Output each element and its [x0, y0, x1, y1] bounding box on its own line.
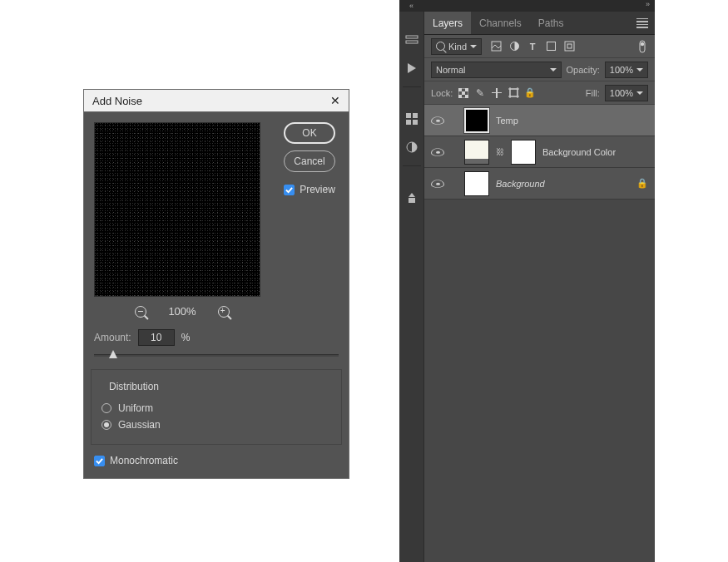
svg-rect-23 — [510, 89, 518, 96]
filter-smart-icon[interactable] — [563, 41, 575, 52]
layer-mask-thumbnail[interactable] — [511, 140, 536, 165]
layer-thumbnail[interactable] — [464, 171, 489, 196]
lock-fill-row: Lock: ✎ 🔒 Fill: 100% — [424, 81, 655, 105]
svg-point-16 — [641, 42, 644, 45]
add-noise-dialog: Add Noise ✕ 100% OK Cancel Preview Amoun… — [83, 89, 349, 479]
svg-rect-19 — [465, 88, 468, 91]
blend-mode-dropdown[interactable]: Normal — [431, 62, 562, 78]
svg-rect-14 — [567, 44, 572, 48]
panel-expand-right[interactable]: » — [424, 0, 655, 12]
svg-rect-1 — [406, 41, 418, 43]
amount-input[interactable] — [138, 329, 175, 346]
preview-label: Preview — [300, 184, 335, 195]
search-icon — [436, 42, 445, 51]
filter-shape-icon[interactable] — [545, 41, 557, 52]
tab-paths[interactable]: Paths — [530, 12, 572, 34]
monochromatic-label: Monochromatic — [110, 455, 178, 466]
layer-name[interactable]: Background Color — [542, 147, 648, 157]
uniform-radio-row[interactable]: Uniform — [102, 402, 333, 414]
layer-name[interactable]: Temp — [496, 116, 648, 126]
svg-rect-4 — [413, 113, 418, 118]
filter-pixel-icon[interactable] — [490, 41, 502, 52]
svg-rect-0 — [406, 36, 418, 38]
check-icon — [96, 457, 103, 465]
panel-tabs: Layers Channels Paths — [424, 12, 655, 35]
layer-row-temp[interactable]: Temp — [424, 105, 655, 136]
history-icon[interactable] — [404, 32, 420, 48]
gaussian-label: Gaussian — [118, 419, 161, 431]
ok-button[interactable]: OK — [284, 122, 335, 144]
zoom-level: 100% — [168, 305, 196, 318]
svg-rect-12 — [547, 42, 555, 51]
slider-thumb[interactable] — [109, 350, 117, 358]
fill-dropdown[interactable]: 100% — [605, 85, 648, 101]
adjustments-icon[interactable] — [404, 139, 420, 155]
layer-name[interactable]: Background — [496, 179, 630, 189]
close-icon[interactable]: ✕ — [330, 94, 340, 107]
hamburger-icon — [636, 18, 648, 28]
layer-row-background-color[interactable]: ⛓ Background Color — [424, 136, 655, 168]
amount-slider[interactable] — [94, 349, 339, 364]
panel-menu-button[interactable] — [636, 18, 655, 28]
cancel-button[interactable]: Cancel — [284, 150, 335, 172]
gaussian-radio[interactable] — [102, 420, 111, 430]
monochromatic-checkbox[interactable] — [94, 456, 105, 466]
radio-dot-icon — [104, 422, 109, 427]
layers-panel-dock: « » Layers Channels Paths — [399, 0, 655, 562]
opacity-label: Opacity: — [567, 65, 600, 75]
distribution-fieldset: Distribution Uniform Gaussian — [91, 369, 342, 445]
noise-preview-image — [94, 122, 260, 297]
opacity-dropdown[interactable]: 100% — [605, 62, 648, 78]
tab-layers[interactable]: Layers — [424, 12, 471, 34]
visibility-icon[interactable] — [431, 180, 444, 188]
filter-type-icon[interactable]: T — [527, 41, 538, 52]
layer-row-background[interactable]: Background 🔒 — [424, 168, 655, 200]
zoom-out-icon[interactable] — [135, 306, 146, 318]
svg-rect-22 — [465, 95, 468, 98]
preview-checkbox-row[interactable]: Preview — [284, 184, 335, 195]
svg-rect-21 — [458, 95, 462, 98]
monochromatic-row[interactable]: Monochromatic — [84, 455, 349, 478]
layer-thumbnail[interactable] — [464, 108, 489, 133]
preview-checkbox[interactable] — [284, 185, 295, 195]
zoom-in-icon[interactable] — [218, 306, 230, 318]
visibility-icon[interactable] — [431, 116, 444, 125]
fill-label: Fill: — [586, 88, 600, 98]
tab-channels[interactable]: Channels — [471, 12, 530, 34]
svg-marker-9 — [409, 193, 415, 197]
svg-rect-20 — [462, 91, 465, 95]
svg-rect-5 — [406, 120, 411, 125]
dock-strip: « — [399, 0, 424, 562]
filter-toggle-switch[interactable] — [636, 41, 648, 52]
lock-label: Lock: — [431, 88, 453, 98]
uniform-label: Uniform — [118, 402, 153, 414]
link-mask-icon[interactable]: ⛓ — [496, 147, 504, 156]
chevron-down-icon — [636, 91, 643, 95]
svg-marker-2 — [408, 63, 416, 73]
lock-position-icon[interactable] — [491, 87, 503, 99]
filter-adjust-icon[interactable] — [508, 41, 520, 52]
lock-transparency-icon[interactable] — [458, 87, 469, 99]
slider-track — [94, 354, 339, 357]
actions-icon[interactable] — [404, 60, 420, 76]
distribution-label: Distribution — [106, 381, 161, 392]
lock-image-icon[interactable]: ✎ — [474, 87, 486, 99]
gaussian-radio-row[interactable]: Gaussian — [102, 419, 333, 431]
lock-artboard-icon[interactable] — [508, 87, 519, 99]
filter-kind-dropdown[interactable]: Kind — [431, 38, 482, 55]
layer-thumbnail[interactable] — [464, 140, 489, 165]
lock-all-icon[interactable]: 🔒 — [524, 87, 536, 99]
svg-rect-13 — [565, 42, 574, 51]
check-icon — [285, 186, 293, 194]
chevron-down-icon — [550, 68, 557, 71]
chevron-down-icon — [636, 68, 643, 71]
layers-panel: » Layers Channels Paths Kind T — [424, 0, 655, 562]
visibility-icon[interactable] — [431, 148, 444, 156]
dialog-titlebar[interactable]: Add Noise ✕ — [84, 90, 349, 112]
svg-rect-8 — [409, 198, 415, 203]
clone-source-icon[interactable] — [404, 190, 420, 206]
swatches-icon[interactable] — [404, 111, 420, 127]
svg-rect-18 — [458, 88, 462, 91]
uniform-radio[interactable] — [102, 403, 111, 413]
dock-collapse-left[interactable]: « — [399, 0, 423, 12]
